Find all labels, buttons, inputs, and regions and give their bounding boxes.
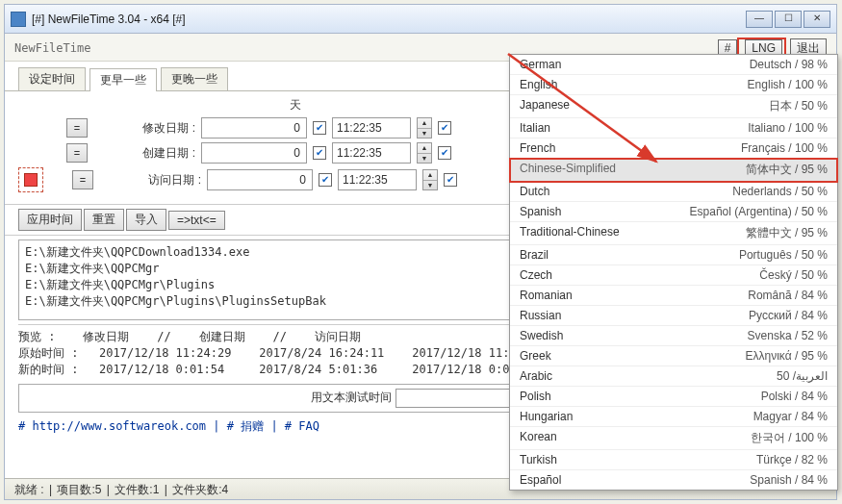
tab-later[interactable]: 更晚一些	[161, 67, 228, 90]
export-txt-button[interactable]: =>txt<=	[168, 211, 225, 230]
language-name: Brazil	[520, 248, 739, 262]
language-name: Traditional-Chinese	[520, 225, 746, 241]
language-name: Greek	[520, 349, 746, 363]
language-item[interactable]: Korean한국어 / 100 %	[510, 427, 837, 450]
status-ready: 就绪 :	[14, 483, 44, 496]
reset-button[interactable]: 重置	[84, 209, 124, 231]
language-native: Magyar / 84 %	[753, 410, 828, 423]
language-native: Český / 50 %	[759, 268, 828, 282]
modify-time-checkbox[interactable]: ✔	[313, 121, 326, 135]
language-item[interactable]: RomanianRomână / 84 %	[510, 286, 837, 306]
access-time-checkbox[interactable]: ✔	[319, 173, 332, 187]
language-item[interactable]: Japanese日本 / 50 %	[510, 95, 837, 118]
language-item[interactable]: PolishPolski / 84 %	[510, 387, 837, 407]
language-name: Korean	[520, 430, 751, 446]
language-name: Czech	[520, 268, 759, 282]
language-name: Swedish	[520, 329, 748, 342]
window-title: [#] NewFileTime 3.04 - x64 [#]	[32, 13, 746, 26]
language-native: Polski / 84 %	[761, 390, 828, 403]
language-native: Deutsch / 98 %	[750, 58, 828, 71]
app-name: NewFileTime	[14, 41, 714, 55]
modify-enable-checkbox[interactable]: ✔	[438, 121, 451, 135]
language-name: Arabic	[520, 369, 777, 383]
language-name: Chinese-Simplified	[520, 162, 746, 178]
language-item[interactable]: SpanishEspañol (Argentina) / 50 %	[510, 202, 837, 222]
language-item[interactable]: ItalianItaliano / 100 %	[510, 118, 837, 139]
language-name: Japanese	[520, 98, 769, 114]
create-time-checkbox[interactable]: ✔	[313, 146, 326, 160]
maximize-button[interactable]: ☐	[775, 11, 802, 28]
import-button[interactable]: 导入	[126, 209, 166, 231]
modify-equal-button[interactable]: =	[66, 118, 88, 138]
language-item[interactable]: EspañolSpanish / 84 %	[510, 470, 837, 490]
language-item[interactable]: SwedishSvenska / 52 %	[510, 326, 837, 346]
language-name: English	[520, 78, 748, 91]
modify-label: 修改日期 :	[126, 120, 195, 137]
create-time-spinner[interactable]: ▲▼	[417, 142, 432, 164]
language-name: French	[520, 141, 741, 155]
language-native: Français / 100 %	[741, 141, 828, 155]
app-icon	[11, 12, 26, 27]
language-native: 繁體中文 / 95 %	[746, 225, 828, 241]
language-item[interactable]: Chinese-Simplified简体中文 / 95 %	[510, 159, 837, 182]
language-name: Romanian	[520, 289, 748, 302]
tab-set-time[interactable]: 设定时间	[18, 67, 86, 90]
language-name: Dutch	[520, 185, 732, 198]
status-folders: 文件夹数:4	[172, 483, 228, 496]
create-equal-button[interactable]: =	[66, 143, 88, 163]
language-item[interactable]: Arabicالعربية/ 50	[510, 366, 837, 387]
modify-time-input[interactable]: 11:22:35	[332, 117, 411, 139]
modify-time-spinner[interactable]: ▲▼	[417, 117, 432, 139]
language-item[interactable]: BrazilPortuguês / 50 %	[510, 245, 837, 265]
language-native: Русский / 84 %	[749, 309, 828, 322]
language-item[interactable]: FrenchFrançais / 100 %	[510, 139, 837, 159]
language-native: Ελληνικά / 95 %	[746, 349, 829, 363]
days-label: 天	[238, 97, 353, 113]
create-days-input[interactable]: 0	[201, 142, 307, 164]
language-native: 日本 / 50 %	[769, 98, 828, 114]
modify-days-input[interactable]: 0	[201, 117, 307, 139]
language-item[interactable]: GermanDeutsch / 98 %	[510, 55, 837, 75]
language-menu[interactable]: GermanDeutsch / 98 %EnglishEnglish / 100…	[509, 54, 838, 491]
language-native: Português / 50 %	[739, 248, 828, 262]
title-bar[interactable]: [#] NewFileTime 3.04 - x64 [#] — ☐ ✕	[5, 5, 836, 34]
access-time-spinner[interactable]: ▲▼	[422, 169, 438, 190]
create-enable-checkbox[interactable]: ✔	[438, 146, 451, 160]
language-native: Română / 84 %	[748, 289, 828, 302]
language-item[interactable]: GreekΕλληνικά / 95 %	[510, 346, 837, 366]
language-item[interactable]: RussianРусский / 84 %	[510, 306, 837, 326]
test-label: 用文本测试时间	[311, 391, 392, 404]
tab-earlier[interactable]: 更早一些	[89, 68, 157, 91]
language-item[interactable]: DutchNederlands / 50 %	[510, 182, 837, 202]
language-native: 简体中文 / 95 %	[746, 162, 828, 178]
apply-button[interactable]: 应用时间	[18, 209, 82, 231]
language-item[interactable]: TurkishTürkçe / 82 %	[510, 450, 837, 470]
create-label: 创建日期 :	[126, 145, 195, 162]
language-item[interactable]: HungarianMagyar / 84 %	[510, 407, 837, 427]
close-button[interactable]: ✕	[804, 11, 830, 28]
minimize-button[interactable]: —	[746, 11, 773, 28]
language-item[interactable]: EnglishEnglish / 100 %	[510, 75, 837, 95]
language-native: Nederlands / 50 %	[732, 185, 828, 198]
language-item[interactable]: Traditional-Chinese繁體中文 / 95 %	[510, 222, 837, 245]
language-native: Svenska / 52 %	[748, 329, 828, 342]
status-items: 项目数:5	[57, 483, 101, 496]
language-name: Spanish	[520, 205, 690, 218]
access-time-input[interactable]: 11:22:35	[338, 169, 417, 190]
language-name: Español	[520, 473, 750, 487]
language-item[interactable]: CzechČeský / 50 %	[510, 265, 837, 286]
language-name: Italian	[520, 121, 748, 135]
status-files: 文件数:1	[115, 483, 159, 496]
access-equal-button[interactable]: =	[72, 170, 93, 189]
language-native: Türkçe / 82 %	[756, 453, 828, 466]
create-time-input[interactable]: 11:22:35	[332, 142, 411, 164]
language-native: English / 100 %	[748, 78, 828, 91]
language-native: 한국어 / 100 %	[751, 430, 828, 446]
warning-icon	[18, 167, 43, 192]
language-name: Turkish	[520, 453, 756, 466]
access-enable-checkbox[interactable]: ✔	[444, 173, 457, 187]
language-native: Spanish / 84 %	[750, 473, 828, 487]
language-name: German	[520, 58, 750, 71]
access-days-input[interactable]: 0	[207, 169, 313, 190]
language-name: Russian	[520, 309, 749, 322]
